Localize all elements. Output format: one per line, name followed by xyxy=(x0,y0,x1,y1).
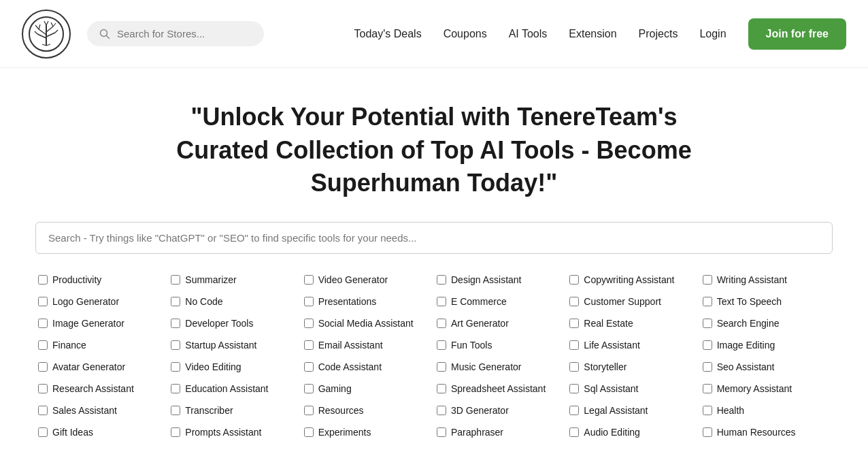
category-item-e-commerce[interactable]: E Commerce xyxy=(434,292,567,311)
category-item-spreadsheet-assistant[interactable]: Spreadsheet Assistant xyxy=(434,379,567,398)
category-item-sales-assistant[interactable]: Sales Assistant xyxy=(35,401,168,420)
category-item-transcriber[interactable]: Transcriber xyxy=(168,401,301,420)
checkbox-developer-tools[interactable] xyxy=(171,319,180,328)
category-item-video-editing[interactable]: Video Editing xyxy=(168,357,301,376)
category-item-seo-assistant[interactable]: Seo Assistant xyxy=(700,357,833,376)
nav-todays-deals[interactable]: Today's Deals xyxy=(354,28,422,40)
join-free-button[interactable]: Join for free xyxy=(748,18,846,50)
checkbox-startup-assistant[interactable] xyxy=(171,340,180,350)
category-item-copywriting-assistant[interactable]: Copywriting Assistant xyxy=(567,270,699,289)
checkbox-research-assistant[interactable] xyxy=(38,384,48,393)
nav-projects[interactable]: Projects xyxy=(639,28,678,40)
checkbox-audio-editing[interactable] xyxy=(569,427,579,437)
checkbox-health[interactable] xyxy=(703,406,712,415)
category-item-storyteller[interactable]: Storyteller xyxy=(567,357,699,376)
checkbox-resources[interactable] xyxy=(304,406,314,415)
category-item-memory-assistant[interactable]: Memory Assistant xyxy=(700,379,833,398)
nav-ai-tools[interactable]: AI Tools xyxy=(509,28,548,40)
category-item-search-engine[interactable]: Search Engine xyxy=(700,314,833,333)
category-item-research-assistant[interactable]: Research Assistant xyxy=(35,379,168,398)
checkbox-human-resources[interactable] xyxy=(703,427,712,437)
checkbox-customer-support[interactable] xyxy=(569,297,579,306)
checkbox-real-estate[interactable] xyxy=(569,319,579,328)
category-item-music-generator[interactable]: Music Generator xyxy=(434,357,567,376)
header-search-input[interactable] xyxy=(117,28,252,39)
category-item-video-generator[interactable]: Video Generator xyxy=(301,270,434,289)
category-item-legal-assistant[interactable]: Legal Assistant xyxy=(567,401,699,420)
checkbox-paraphraser[interactable] xyxy=(437,427,446,437)
checkbox-storyteller[interactable] xyxy=(569,362,579,372)
checkbox-social-media-assistant[interactable] xyxy=(304,319,314,328)
checkbox-video-editing[interactable] xyxy=(171,362,180,372)
nav-coupons[interactable]: Coupons xyxy=(444,28,487,40)
category-item-customer-support[interactable]: Customer Support xyxy=(567,292,699,311)
checkbox-text-to-speech[interactable] xyxy=(703,297,712,306)
category-item-audio-editing[interactable]: Audio Editing xyxy=(567,423,699,442)
checkbox-e-commerce[interactable] xyxy=(437,297,446,306)
category-item-avatar-generator[interactable]: Avatar Generator xyxy=(35,357,168,376)
checkbox-life-assistant[interactable] xyxy=(569,340,579,350)
checkbox-writing-assistant[interactable] xyxy=(703,275,712,285)
checkbox-sql-assistant[interactable] xyxy=(569,384,579,393)
checkbox-productivity[interactable] xyxy=(38,275,48,285)
checkbox-art-generator[interactable] xyxy=(437,319,446,328)
category-item-text-to-speech[interactable]: Text To Speech xyxy=(700,292,833,311)
checkbox-search-engine[interactable] xyxy=(703,319,712,328)
checkbox-transcriber[interactable] xyxy=(171,406,180,415)
category-item-sql-assistant[interactable]: Sql Assistant xyxy=(567,379,699,398)
checkbox-seo-assistant[interactable] xyxy=(703,362,712,372)
category-item-image-generator[interactable]: Image Generator xyxy=(35,314,168,333)
checkbox-email-assistant[interactable] xyxy=(304,340,314,350)
checkbox-experiments[interactable] xyxy=(304,427,314,437)
checkbox-spreadsheet-assistant[interactable] xyxy=(437,384,446,393)
category-item-human-resources[interactable]: Human Resources xyxy=(700,423,833,442)
checkbox-presentations[interactable] xyxy=(304,297,314,306)
checkbox-image-generator[interactable] xyxy=(38,319,48,328)
nav-extension[interactable]: Extension xyxy=(569,28,616,40)
category-item-prompts-assistant[interactable]: Prompts Assistant xyxy=(168,423,301,442)
checkbox-logo-generator[interactable] xyxy=(38,297,48,306)
checkbox-image-editing[interactable] xyxy=(703,340,712,350)
checkbox-music-generator[interactable] xyxy=(437,362,446,372)
category-item-social-media-assistant[interactable]: Social Media Assistant xyxy=(301,314,434,333)
category-item-design-assistant[interactable]: Design Assistant xyxy=(434,270,567,289)
category-item-startup-assistant[interactable]: Startup Assistant xyxy=(168,336,301,355)
category-item-paraphraser[interactable]: Paraphraser xyxy=(434,423,567,442)
category-item-fun-tools[interactable]: Fun Tools xyxy=(434,336,567,355)
checkbox-code-assistant[interactable] xyxy=(304,362,314,372)
checkbox-legal-assistant[interactable] xyxy=(569,406,579,415)
category-item-3d-generator[interactable]: 3D Generator xyxy=(434,401,567,420)
category-item-developer-tools[interactable]: Developer Tools xyxy=(168,314,301,333)
checkbox-copywriting-assistant[interactable] xyxy=(569,275,579,285)
checkbox-finance[interactable] xyxy=(38,340,48,350)
category-item-health[interactable]: Health xyxy=(700,401,833,420)
category-item-gaming[interactable]: Gaming xyxy=(301,379,434,398)
checkbox-3d-generator[interactable] xyxy=(437,406,446,415)
category-item-gift-ideas[interactable]: Gift Ideas xyxy=(35,423,168,442)
checkbox-summarizer[interactable] xyxy=(171,275,180,285)
category-item-image-editing[interactable]: Image Editing xyxy=(700,336,833,355)
checkbox-prompts-assistant[interactable] xyxy=(171,427,180,437)
checkbox-design-assistant[interactable] xyxy=(437,275,446,285)
checkbox-education-assistant[interactable] xyxy=(171,384,180,393)
category-item-resources[interactable]: Resources xyxy=(301,401,434,420)
checkbox-sales-assistant[interactable] xyxy=(38,406,48,415)
category-item-summarizer[interactable]: Summarizer xyxy=(168,270,301,289)
category-item-no-code[interactable]: No Code xyxy=(168,292,301,311)
nav-login[interactable]: Login xyxy=(699,28,726,40)
category-item-productivity[interactable]: Productivity xyxy=(35,270,168,289)
category-item-experiments[interactable]: Experiments xyxy=(301,423,434,442)
checkbox-fun-tools[interactable] xyxy=(437,340,446,350)
category-item-code-assistant[interactable]: Code Assistant xyxy=(301,357,434,376)
category-item-email-assistant[interactable]: Email Assistant xyxy=(301,336,434,355)
checkbox-gift-ideas[interactable] xyxy=(38,427,48,437)
main-search-input[interactable] xyxy=(35,222,833,254)
category-item-education-assistant[interactable]: Education Assistant xyxy=(168,379,301,398)
category-item-finance[interactable]: Finance xyxy=(35,336,168,355)
category-item-logo-generator[interactable]: Logo Generator xyxy=(35,292,168,311)
checkbox-memory-assistant[interactable] xyxy=(703,384,712,393)
category-item-real-estate[interactable]: Real Estate xyxy=(567,314,699,333)
checkbox-gaming[interactable] xyxy=(304,384,314,393)
category-item-art-generator[interactable]: Art Generator xyxy=(434,314,567,333)
checkbox-no-code[interactable] xyxy=(171,297,180,306)
